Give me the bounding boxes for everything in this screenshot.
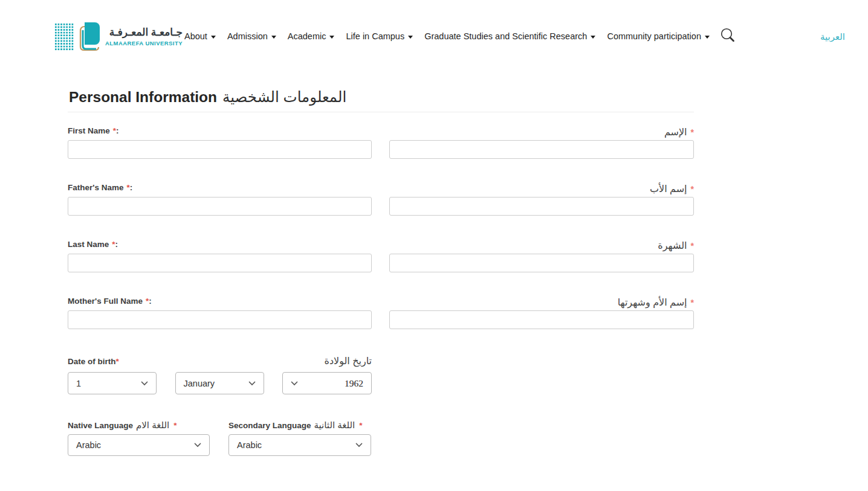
label-text-arabic: اللغة الثانية <box>314 420 355 431</box>
language-switch-link[interactable]: العربية <box>820 31 845 42</box>
dob-month-value: January <box>184 379 215 388</box>
dob-label-en: Date of birth* <box>68 357 119 366</box>
mothers-full-name-field-ar: إسم الأم وشهرتها * <box>389 297 694 329</box>
dob-day-value: 1 <box>76 379 81 388</box>
fathers-name-field-en: Father's Name *: <box>68 183 372 216</box>
first-name-field-en: First Name *: <box>68 126 372 159</box>
page-title: Personal Information المعلومات الشخصية <box>68 88 694 112</box>
nav-item-community-participation[interactable]: Community participation <box>607 31 710 41</box>
nav-item-label: About <box>184 31 207 41</box>
fathers-name-en-input[interactable] <box>68 197 372 216</box>
label-colon: : <box>130 183 133 192</box>
search-button[interactable] <box>719 27 737 47</box>
mothers-full-name-field-en: Mother's Full Name *: <box>68 297 372 329</box>
required-marker: * <box>691 298 694 307</box>
label-text: Date of birth <box>68 357 116 366</box>
chevron-down-icon <box>705 36 710 39</box>
mothers-full-name-label-ar: إسم الأم وشهرتها * <box>389 297 694 307</box>
last-name-field-ar: الشهرة * <box>389 240 694 272</box>
main-nav: About Admission Academic Life in Campus … <box>184 31 710 41</box>
label-text-arabic: إسم الأم وشهرتها <box>618 297 687 308</box>
form-row-first-name: First Name *: الإسم * <box>68 126 694 159</box>
nav-item-graduate-studies[interactable]: Graduate Studies and Scientific Research <box>424 31 595 41</box>
nav-item-about[interactable]: About <box>184 31 216 41</box>
secondary-language-value: Arabic <box>237 440 262 450</box>
first-name-en-input[interactable] <box>68 140 372 159</box>
label-text: Secondary Language <box>228 421 311 430</box>
form-row-fathers-name: Father's Name *: إسم الأب * <box>68 183 694 216</box>
first-name-ar-input[interactable] <box>389 140 694 159</box>
last-name-label-ar: الشهرة * <box>389 240 694 250</box>
date-of-birth-selects: 1 January 1962 <box>68 372 372 394</box>
dob-month-select[interactable]: January <box>175 372 264 394</box>
chevron-down-icon <box>291 381 298 386</box>
chevron-down-icon <box>408 36 413 39</box>
label-text: Mother's Full Name <box>68 297 143 306</box>
required-marker: * <box>691 241 694 251</box>
personal-information-section: Personal Information المعلومات الشخصية F… <box>68 88 694 456</box>
required-marker: * <box>691 184 694 194</box>
label-text: Last Name <box>68 240 109 249</box>
last-name-label-en: Last Name *: <box>68 240 372 250</box>
mothers-full-name-label-en: Mother's Full Name *: <box>68 297 372 307</box>
secondary-language-select[interactable]: Arabic <box>228 434 371 456</box>
required-marker: * <box>116 357 119 366</box>
form-row-mothers-full-name: Mother's Full Name *: إسم الأم وشهرتها * <box>68 297 694 329</box>
university-logo[interactable]: جـامعـة المعـرفـة ALMAAREFA UNIVERSITY <box>54 22 183 52</box>
chevron-down-icon <box>329 36 334 39</box>
native-language-label: Native Language اللغة الام * <box>68 420 210 430</box>
last-name-en-input[interactable] <box>68 254 372 272</box>
nav-item-academic[interactable]: Academic <box>288 31 335 41</box>
native-language-value: Arabic <box>76 440 101 450</box>
first-name-field-ar: الإسم * <box>389 126 694 159</box>
logo-title-arabic: جـامعـة المعـرفـة <box>105 27 183 38</box>
label-text-arabic: اللغة الام <box>136 420 169 431</box>
mothers-full-name-en-input[interactable] <box>68 310 372 329</box>
logo-title-english: ALMAAREFA UNIVERSITY <box>105 40 183 47</box>
chevron-down-icon <box>591 36 595 39</box>
nav-item-admission[interactable]: Admission <box>227 31 276 41</box>
fathers-name-ar-input[interactable] <box>389 197 694 216</box>
last-name-ar-input[interactable] <box>389 254 694 272</box>
dob-year-select[interactable]: 1962 <box>282 372 372 394</box>
logo-book-icon <box>76 22 102 52</box>
fathers-name-field-ar: إسم الأب * <box>389 183 694 216</box>
nav-item-label: Admission <box>227 31 268 41</box>
required-marker: * <box>173 421 177 430</box>
logo-dots-pattern <box>54 23 74 51</box>
chevron-down-icon <box>248 381 256 386</box>
required-marker: * <box>359 421 362 430</box>
dob-day-select[interactable]: 1 <box>68 372 157 394</box>
nav-item-life-in-campus[interactable]: Life in Campus <box>346 31 413 41</box>
fathers-name-label-en: Father's Name *: <box>68 183 372 193</box>
required-marker: * <box>691 127 694 137</box>
dob-year-value: 1962 <box>345 378 363 389</box>
form-row-last-name: Last Name *: الشهرة * <box>68 240 694 272</box>
mothers-full-name-ar-input[interactable] <box>389 310 694 329</box>
fathers-name-label-ar: إسم الأب * <box>389 183 694 193</box>
search-icon <box>719 27 737 45</box>
dob-label-ar: تاريخ الولادة <box>325 355 372 367</box>
chevron-down-icon <box>211 36 216 39</box>
first-name-label-en: First Name *: <box>68 126 372 136</box>
secondary-language-label: Secondary Language اللغة الثانية * <box>228 420 371 430</box>
date-of-birth-labels: Date of birth* تاريخ الولادة <box>68 355 372 367</box>
native-language-field: Native Language اللغة الام * Arabic <box>68 420 210 456</box>
chevron-down-icon <box>141 381 148 386</box>
nav-item-label: Academic <box>288 31 326 41</box>
secondary-language-field: Secondary Language اللغة الثانية * Arabi… <box>228 420 371 456</box>
page-title-arabic: المعلومات الشخصية <box>222 88 346 106</box>
chevron-down-icon <box>355 443 363 448</box>
first-name-label-ar: الإسم * <box>389 126 694 136</box>
label-colon: : <box>116 126 119 135</box>
label-colon: : <box>115 240 118 249</box>
native-language-select[interactable]: Arabic <box>68 434 210 456</box>
logo-text: جـامعـة المعـرفـة ALMAAREFA UNIVERSITY <box>105 27 183 47</box>
nav-item-label: Community participation <box>607 31 701 41</box>
chevron-down-icon <box>271 36 276 39</box>
nav-item-label: Graduate Studies and Scientific Research <box>424 31 587 41</box>
label-text-arabic: إسم الأب <box>650 183 687 194</box>
languages-section: Native Language اللغة الام * Arabic Seco… <box>68 420 694 456</box>
label-text: First Name <box>68 126 110 135</box>
label-colon: : <box>149 297 152 306</box>
